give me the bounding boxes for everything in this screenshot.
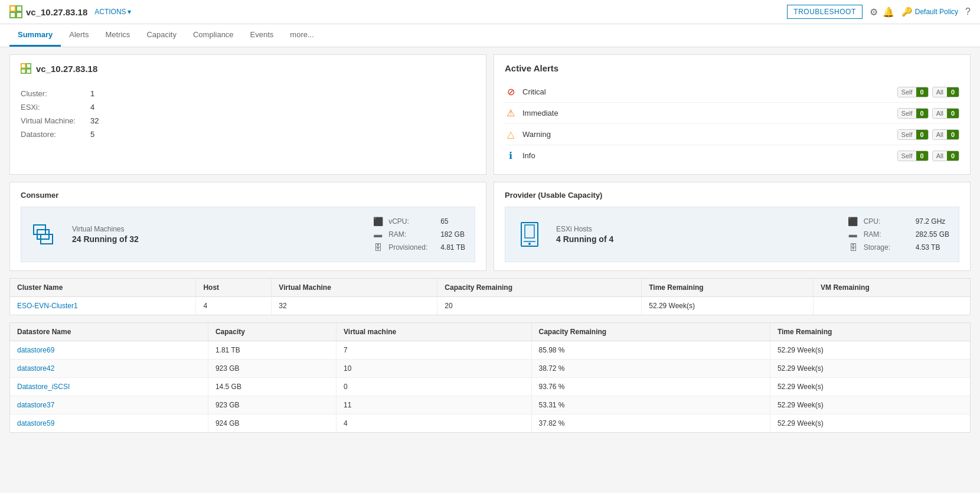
top-row: vc_10.27.83.18 Cluster: 1 ESXi: 4 Virtua… (9, 54, 971, 175)
th-host: Host (196, 279, 272, 297)
info-row-esxi: ESXi: 4 (21, 103, 475, 112)
cluster-vmremaining-cell (814, 297, 970, 315)
svg-rect-3 (17, 12, 22, 18)
datastore-table-header: Datastore Name Capacity Virtual machine … (10, 323, 970, 341)
warning-icon: △ (505, 129, 517, 140)
vcenter-icon (9, 5, 22, 18)
provider-cpu-row: ⬛ CPU: 97.2 GHz (847, 217, 949, 226)
cluster-time-cell: 52.29 Week(s) (642, 297, 814, 315)
th-cluster-name: Cluster Name (10, 279, 196, 297)
warning-all-badge: All 0 (932, 129, 959, 140)
ds-time-0: 52.29 Week(s) (770, 341, 970, 360)
ds-cap-rem-3: 53.31 % (531, 396, 770, 414)
cluster-capacity-cell: 20 (437, 297, 642, 315)
ds-time-2: 52.29 Week(s) (770, 378, 970, 396)
ds-vm-1: 10 (337, 360, 531, 378)
svg-rect-0 (10, 6, 15, 11)
info-row-cluster: Cluster: 1 (21, 89, 475, 98)
th-ds-capacity: Capacity (208, 323, 336, 341)
info-rows: Cluster: 1 ESXi: 4 Virtual Machine: 32 D… (21, 83, 475, 145)
consumer-metrics: ⬛ vCPU: 65 ▬ RAM: 182 GB 🗄 Provisioned: … (372, 217, 465, 252)
info-card-title: vc_10.27.83.18 (21, 63, 475, 74)
header-title: vc_10.27.83.18 (9, 5, 87, 18)
warning-self-badge: Self 0 (897, 129, 929, 140)
provider-cpu-icon: ⬛ (847, 217, 859, 226)
esxi-hosts-icon (517, 221, 543, 247)
tab-events[interactable]: Events (242, 24, 282, 47)
tab-compliance[interactable]: Compliance (185, 24, 242, 47)
ds-vm-2: 0 (337, 378, 531, 396)
cluster-table: Cluster Name Host Virtual Machine Capaci… (10, 279, 970, 315)
svg-rect-6 (21, 69, 25, 73)
table-row: datastore42 923 GB 10 38.72 % 52.29 Week… (10, 360, 970, 378)
consumer-ram-row: ▬ RAM: 182 GB (372, 230, 465, 239)
provider-storage-row: 🗄 Storage: 4.53 TB (847, 243, 949, 252)
actions-button[interactable]: ACTIONS ▾ (94, 8, 130, 16)
info-alert-icon: ℹ (505, 150, 517, 161)
critical-icon: ⊘ (505, 86, 517, 97)
bell-icon[interactable]: 🔔 (883, 6, 894, 18)
alerts-title: Active Alerts (505, 63, 959, 73)
tab-more[interactable]: more... (282, 24, 322, 47)
table-row: datastore37 923 GB 11 53.31 % 52.29 Week… (10, 396, 970, 414)
datastore-table-section: Datastore Name Capacity Virtual machine … (9, 322, 971, 433)
vcenter-small-icon (21, 63, 31, 74)
ds-vm-0: 7 (337, 341, 531, 360)
consumer-info: Virtual Machines 24 Running of 32 (72, 225, 139, 244)
immediate-icon: ⚠ (505, 107, 517, 119)
table-row: ESO-EVN-Cluster1 4 32 20 52.29 Week(s) (10, 297, 970, 315)
svg-rect-12 (525, 225, 534, 238)
alert-row-immediate: ⚠ Immediate Self 0 All 0 (505, 103, 959, 124)
ds-cap-rem-0: 85.98 % (531, 341, 770, 360)
table-row: Datastore_iSCSI 14.5 GB 0 93.76 % 52.29 … (10, 378, 970, 396)
ds-name-2[interactable]: Datastore_iSCSI (10, 378, 208, 396)
th-ds-vm: Virtual machine (337, 323, 531, 341)
ds-capacity-2: 14.5 GB (208, 378, 336, 396)
consumer-vcpu-row: ⬛ vCPU: 65 (372, 217, 465, 226)
ds-time-3: 52.29 Week(s) (770, 396, 970, 414)
provider-title: Provider (Usable Capacity) (505, 191, 959, 200)
ds-capacity-1: 923 GB (208, 360, 336, 378)
svg-rect-2 (10, 12, 15, 18)
provider-ram-icon: ▬ (847, 230, 859, 239)
page-title: vc_10.27.83.18 (26, 7, 87, 17)
alert-row-info: ℹ Info Self 0 All 0 (505, 145, 959, 166)
default-policy-link[interactable]: 🔑 Default Policy (901, 6, 958, 17)
provider-storage-icon: 🗄 (847, 243, 859, 252)
header-icons: ⚙ 🔔 (870, 6, 894, 18)
svg-rect-7 (27, 69, 31, 73)
provider-ram-row: ▬ RAM: 282.55 GB (847, 230, 949, 239)
tab-alerts[interactable]: Alerts (61, 24, 97, 47)
th-virtual-machine: Virtual Machine (272, 279, 437, 297)
alert-row-warning: △ Warning Self 0 All 0 (505, 124, 959, 145)
tab-capacity[interactable]: Capacity (138, 24, 185, 47)
tab-summary[interactable]: Summary (9, 24, 61, 47)
ds-name-4[interactable]: datastore59 (10, 414, 208, 433)
cluster-host-cell: 4 (196, 297, 272, 315)
provider-panel: ESXi Hosts 4 Running of 4 ⬛ CPU: 97.2 GH… (505, 207, 959, 262)
policy-icon: 🔑 (901, 6, 913, 17)
troubleshoot-button[interactable]: TROUBLESHOOT (787, 5, 862, 19)
ds-name-0[interactable]: datastore69 (10, 341, 208, 360)
th-ds-name: Datastore Name (10, 323, 208, 341)
ds-vm-3: 11 (337, 396, 531, 414)
cluster-table-header: Cluster Name Host Virtual Machine Capaci… (10, 279, 970, 297)
header-right: TROUBLESHOOT ⚙ 🔔 🔑 Default Policy ? (787, 5, 971, 19)
ds-capacity-0: 1.81 TB (208, 341, 336, 360)
cluster-name-cell[interactable]: ESO-EVN-Cluster1 (10, 297, 196, 315)
settings-icon[interactable]: ⚙ (870, 6, 878, 18)
ds-name-3[interactable]: datastore37 (10, 396, 208, 414)
ds-time-1: 52.29 Week(s) (770, 360, 970, 378)
header: vc_10.27.83.18 ACTIONS ▾ TROUBLESHOOT ⚙ … (0, 0, 980, 24)
datastore-table: Datastore Name Capacity Virtual machine … (10, 323, 970, 432)
immediate-self-badge: Self 0 (897, 108, 929, 119)
ds-time-4: 52.29 Week(s) (770, 414, 970, 433)
help-icon[interactable]: ? (965, 6, 971, 17)
ds-name-1[interactable]: datastore42 (10, 360, 208, 378)
immediate-all-badge: All 0 (932, 108, 959, 119)
alert-row-critical: ⊘ Critical Self 0 All 0 (505, 81, 959, 103)
alert-badges-warning: Self 0 All 0 (897, 129, 959, 140)
provider-info: ESXi Hosts 4 Running of 4 (556, 225, 613, 244)
tab-metrics[interactable]: Metrics (97, 24, 138, 47)
consumer-provisioned-row: 🗄 Provisioned: 4.81 TB (372, 243, 465, 252)
